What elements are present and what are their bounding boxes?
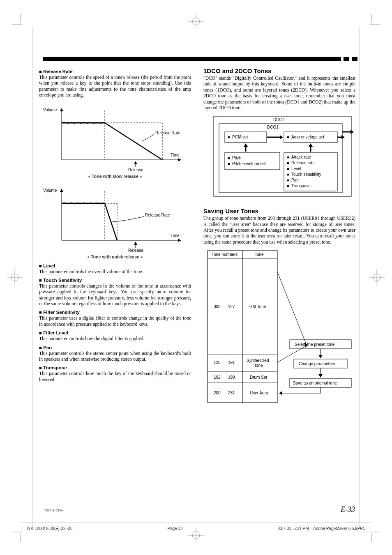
svg-point-65 [287, 157, 289, 159]
row3-a: 200 [214, 391, 221, 395]
save-heading: Saving User Tones [203, 207, 355, 214]
graph2-time: Time [171, 233, 180, 238]
graph1-caption: ● Tone with slow release ● [39, 174, 191, 179]
left-item-1: Pitch envelope set [232, 161, 266, 166]
svg-point-48 [228, 136, 230, 138]
svg-marker-24 [60, 108, 63, 111]
level-heading: Level [39, 263, 191, 268]
svg-marker-26 [178, 158, 181, 161]
svg-marker-60 [309, 143, 313, 147]
svg-line-76 [277, 346, 306, 362]
right-item-3: Touch sensitivity [291, 172, 321, 177]
pan-text: This parameter controls the stereo cente… [39, 350, 191, 362]
graph2-caption: ● Tone with quick release ● [39, 254, 191, 259]
svg-line-75 [277, 272, 306, 344]
page-content: Release Rate This parameter controls the… [39, 53, 355, 408]
svg-line-39 [105, 203, 117, 240]
transpose-heading: Transpose [39, 365, 191, 370]
release-rate-text: This parameter controls the speed of a t… [39, 74, 191, 98]
right-item-4: Pan [291, 178, 299, 182]
svg-point-62 [228, 157, 230, 159]
level-text: This parameter controls the overall volu… [39, 269, 191, 274]
dco-heading: 1DCO and 2DCO Tones [203, 67, 355, 74]
svg-line-28 [105, 123, 162, 160]
graph1-release-rate: Release Rate [155, 131, 180, 135]
svg-point-63 [228, 163, 230, 165]
graph2-release-rate: Release Rate [145, 213, 170, 217]
svg-marker-89 [279, 391, 282, 395]
row0-b: 127 [228, 304, 235, 309]
dco-diagram: DCO2 DCO1 PCM set Amp envelope set [203, 113, 355, 200]
svg-point-70 [287, 185, 289, 187]
pcm-label: PCM set [232, 135, 248, 139]
svg-marker-58 [244, 143, 248, 147]
row1-label-b: tone [255, 363, 263, 368]
right-item-2: Level [291, 166, 301, 171]
svg-point-66 [287, 162, 289, 164]
svg-marker-44 [134, 242, 137, 245]
left-column: Release Rate This parameter controls the… [39, 66, 191, 408]
row1-label-a: Synthesized [247, 358, 269, 363]
right-item-0: Attack rate [291, 155, 311, 159]
svg-point-67 [287, 168, 289, 170]
filter-level-heading: Filter Level [39, 330, 191, 335]
svg-marker-37 [178, 239, 181, 242]
footer-code: 733A-E-035A [44, 509, 63, 512]
right-item-5: Transpose [291, 184, 311, 188]
right-item-1: Release rate [291, 161, 315, 165]
footer-strip-date: 03.7.31, 5:21 PM [277, 526, 309, 531]
footer-strip: WK-1800/1600(E)-32~38 Page 33 03.7.31, 5… [27, 526, 366, 531]
amp-label: Amp envelope set [291, 135, 324, 139]
left-item-0: Pitch [232, 156, 241, 160]
row3-b: 231 [228, 391, 235, 395]
dco2-label: DCO2 [273, 117, 285, 122]
svg-point-68 [287, 174, 289, 176]
svg-marker-85 [318, 374, 323, 378]
row3-label: User Area [250, 391, 268, 395]
svg-point-52 [287, 136, 289, 138]
transpose-text: This parameter controls how much the key… [39, 371, 191, 382]
graph1-ylabel: Volume [43, 108, 57, 112]
right-column: 1DCO and 2DCO Tones "DCO" stands "Digita… [203, 66, 355, 408]
row0-label: GM Tone [249, 304, 266, 309]
row2-label: Drum Set [250, 375, 267, 380]
svg-rect-61 [225, 152, 280, 170]
table-head-left: Tone numbers [212, 252, 238, 257]
row1-b: 191 [228, 360, 235, 365]
pan-heading: Pan [39, 345, 191, 350]
graph2-release: Release [128, 248, 143, 253]
graph1-time: Time [171, 153, 180, 157]
svg-marker-56 [350, 130, 354, 134]
dco-text: "DCO" stands "Digitally Controlled Oscil… [203, 75, 355, 111]
footer-strip-left: WK-1800/1600(E)-32~38 [27, 526, 72, 531]
svg-point-69 [287, 180, 289, 182]
dco1-label: DCO1 [267, 125, 279, 129]
row2-b: 199 [228, 375, 235, 380]
touch-text: This parameter controls changes in the v… [39, 283, 191, 307]
filter-level-text: This parameter controls how the digital … [39, 336, 191, 341]
flow-2: Save as an original tone [293, 381, 337, 385]
graph1-release: Release [128, 168, 143, 172]
row0-a: 000 [214, 304, 221, 309]
save-text: The group of tone numbers from 200 throu… [203, 215, 355, 245]
tone-table-diagram: Tone numbers Tone 000 127 GM Tone 128 19… [203, 247, 355, 408]
flow-0: Select the preset tone [295, 342, 335, 347]
footer-strip-app: Adobe PageMaker 6.5J/PPC [313, 526, 366, 531]
flow-1: Change parameters [299, 362, 335, 366]
svg-marker-82 [318, 355, 323, 358]
release-rate-heading: Release Rate [39, 69, 191, 74]
footer-strip-page: Page 33 [167, 526, 182, 531]
svg-marker-35 [60, 189, 63, 192]
page-number: E-33 [341, 505, 355, 514]
table-head-right: Tone [255, 252, 264, 257]
graph-slow-release: Volume Time Release Rate Release ● Tone … [39, 102, 191, 179]
filter-sensitivity-text: This parameter uses a digital filter to … [39, 315, 191, 327]
touch-heading: Touch Sensitivity [39, 278, 191, 283]
row1-a: 128 [214, 360, 221, 365]
svg-marker-50 [280, 135, 283, 139]
row2-a: 192 [214, 375, 221, 380]
filter-sensitivity-heading: Filter Sensitivity [39, 310, 191, 315]
graph2-ylabel: Volume [43, 188, 57, 193]
graph-quick-release: Volume Time Release Rate Release ● Tone … [39, 183, 191, 259]
svg-marker-33 [134, 161, 137, 164]
